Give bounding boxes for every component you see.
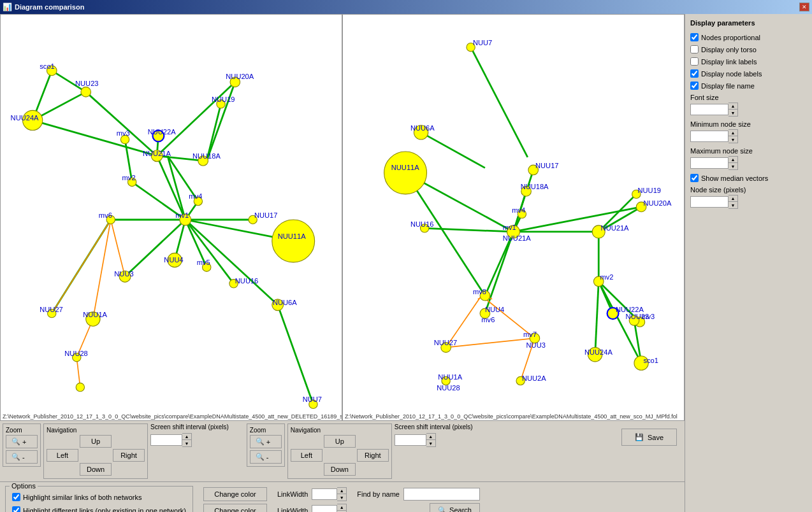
nav-down-right[interactable]: Down [324, 463, 356, 476]
min-node-size-down[interactable]: ▼ [729, 136, 737, 143]
diagram-right: NUU7 NUU6A NUU11A NUU17 NUU18A NUU20A NU… [342, 14, 685, 421]
shift-up-right[interactable]: ▲ [426, 434, 435, 440]
svg-text:NUU16: NUU16 [235, 277, 258, 285]
nav-up-right[interactable]: Up [324, 435, 356, 448]
zoom-out-right[interactable]: 🔍 - [250, 450, 282, 464]
highlight-different-checkbox[interactable] [12, 506, 20, 512]
svg-text:mv6: mv6 [481, 316, 495, 324]
nav-right-left[interactable]: Right [113, 449, 145, 462]
display-file-name-label: Display file name [701, 82, 755, 90]
display-torso-label: Display only torso [701, 46, 757, 53]
link-width-1-down[interactable]: ▼ [337, 494, 346, 501]
zoom-out-left[interactable]: 🔍 - [6, 450, 38, 464]
font-size-down[interactable]: ▼ [729, 110, 737, 116]
max-node-size-up[interactable]: ▲ [729, 157, 737, 163]
svg-text:NUU28: NUU28 [64, 350, 87, 357]
highlight-similar-checkbox[interactable] [12, 493, 20, 501]
svg-text:NUU24A: NUU24A [584, 348, 613, 356]
min-node-size-input[interactable]: 4 [690, 131, 729, 142]
display-file-name-checkbox[interactable] [690, 82, 699, 90]
svg-text:NUU11A: NUU11A [391, 164, 419, 171]
diagram-left-filepath: Z:\Network_Publisher_2010_12_17_1_3_0_0_… [1, 413, 342, 420]
node-size-pixels-down[interactable]: ▼ [729, 202, 737, 208]
link-width-1-label: LinkWidth [277, 490, 308, 498]
zoom-in-right[interactable]: 🔍 + [250, 435, 282, 448]
node-size-pixels-label: Node size (pixels) [690, 186, 807, 194]
nav-down-left[interactable]: Down [80, 463, 112, 476]
svg-text:NUU20A: NUU20A [226, 73, 254, 80]
link-width-1-input[interactable]: 4 [312, 488, 337, 500]
svg-text:NUU19: NUU19 [638, 187, 661, 194]
link-width-group: LinkWidth 4 ▲ ▼ LinkWidth 2 ▲ [277, 487, 347, 512]
node-size-pixels-input[interactable]: 3 [690, 196, 729, 208]
shift-up-left[interactable]: ▲ [182, 434, 191, 440]
svg-text:NUU21A: NUU21A [601, 224, 629, 232]
show-median-vectors-checkbox[interactable] [690, 174, 699, 182]
diagram-right-filepath: Z:\Network_Publisher_2010_12_17_1_3_0_0_… [343, 413, 684, 420]
svg-rect-81 [343, 15, 684, 420]
svg-text:NUU27: NUU27 [40, 306, 62, 313]
nav-right-right[interactable]: Right [357, 449, 389, 462]
change-color-2-button[interactable]: Change color [203, 504, 267, 512]
svg-text:mv7: mv7 [523, 331, 537, 338]
shift-label-right: Screen shift interval (pixels) [395, 423, 473, 430]
find-input[interactable]: NUU22A [403, 488, 480, 501]
svg-text:NUU3: NUU3 [114, 270, 133, 278]
svg-text:mv6: mv6 [99, 211, 112, 219]
svg-text:mv4: mv4 [512, 206, 525, 214]
max-node-size-down[interactable]: ▼ [729, 163, 737, 169]
diagram-right-svg: NUU7 NUU6A NUU11A NUU17 NUU18A NUU20A NU… [343, 15, 684, 420]
zoom-box-right: Zoom 🔍 + 🔍 - [247, 423, 285, 467]
options-group: Options Highlight similar links of both … [5, 486, 193, 512]
svg-text:NUU20A: NUU20A [643, 199, 671, 207]
shift-input-left[interactable]: 5 [150, 434, 182, 446]
nav-left-left[interactable]: Left [47, 449, 78, 462]
min-node-size-up[interactable]: ▲ [729, 130, 737, 136]
svg-text:mv1: mv1 [175, 211, 189, 219]
link-width-2-up[interactable]: ▲ [337, 504, 346, 511]
zoom-in-left[interactable]: 🔍 + [6, 435, 38, 448]
shift-input-right[interactable]: 30 [395, 434, 426, 446]
change-color-1-button[interactable]: Change color [203, 487, 267, 501]
shift-down-left[interactable]: ▼ [182, 440, 191, 446]
save-icon: 💾 [635, 433, 644, 441]
node-size-pixels-up[interactable]: ▲ [729, 196, 737, 202]
nav-up-left[interactable]: Up [80, 435, 112, 448]
shift-down-right[interactable]: ▼ [426, 440, 435, 446]
min-node-size-label: Minimum node size [690, 120, 807, 128]
close-button[interactable]: ✕ [799, 3, 809, 11]
display-node-labels-label: Display node labels [701, 70, 762, 78]
zoom-label-left: Zoom [6, 427, 38, 434]
nav-box-left: Navigation Up Left Right Down [43, 423, 148, 479]
display-torso-checkbox[interactable] [690, 45, 699, 53]
font-size-input[interactable]: 8 [690, 104, 729, 115]
svg-text:NUU4: NUU4 [485, 306, 504, 313]
nav-label-right: Navigation [291, 427, 389, 434]
nav-left-right[interactable]: Left [291, 449, 323, 462]
svg-text:NUU18A: NUU18A [521, 183, 549, 190]
svg-point-45 [272, 220, 315, 262]
save-button[interactable]: 💾 Save [621, 429, 677, 446]
svg-text:mv3: mv3 [117, 129, 130, 137]
display-link-labels-checkbox[interactable] [690, 57, 699, 66]
link-width-1-up[interactable]: ▲ [337, 488, 346, 494]
find-by-name-label: Find by name [357, 490, 400, 498]
svg-text:NUU7: NUU7 [473, 39, 492, 46]
zoom-out-icon: 🔍 [11, 453, 20, 461]
nav-box-right: Navigation Up Left Right Down [287, 423, 392, 479]
nodes-proportional-checkbox[interactable] [690, 33, 699, 41]
max-node-size-input[interactable]: 50 [690, 157, 729, 169]
diagrams-row: sco1 NUU23 NUU20A NUU19 NUU24A NUU22A NU… [0, 14, 685, 421]
zoom-in-icon-right: 🔍 [256, 437, 265, 446]
svg-text:sco1: sco1 [40, 62, 55, 70]
svg-text:mv1: mv1 [503, 224, 516, 231]
font-size-up[interactable]: ▲ [729, 103, 737, 110]
zoom-in-icon: 🔍 [11, 437, 20, 446]
display-node-labels-checkbox[interactable] [690, 69, 699, 78]
svg-text:mv2: mv2 [122, 174, 136, 181]
search-icon: 🔍 [438, 506, 447, 512]
shift-box-left: Screen shift interval (pixels) 5 ▲ ▼ [150, 423, 229, 447]
save-area: 💾 Save [616, 423, 682, 451]
link-width-2-input[interactable]: 2 [312, 505, 337, 512]
search-button[interactable]: 🔍 Search [430, 503, 480, 512]
